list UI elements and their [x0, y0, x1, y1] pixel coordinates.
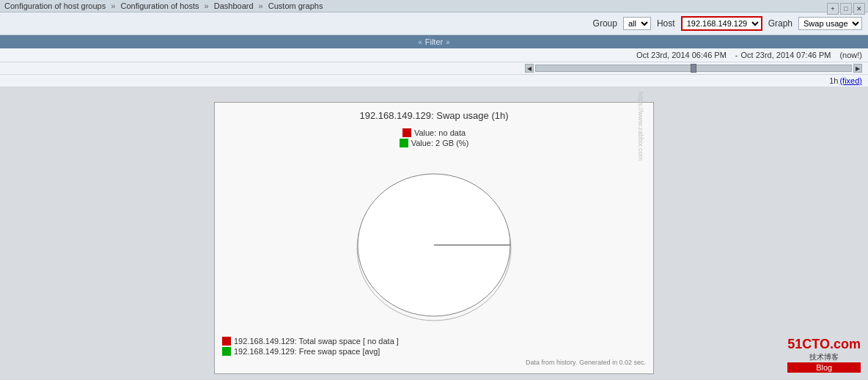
graph-legend: Value: no data Value: 2 GB (%) — [222, 128, 646, 147]
controls-row: Group all Host 192.168.149.129 Graph Swa… — [0, 12, 868, 35]
slider-row: ◀ ▶ — [0, 62, 868, 75]
time-dash: - — [735, 51, 738, 59]
fixed-row: 1h (fixed) — [0, 75, 868, 87]
breadcrumb-item-1[interactable]: Configuration of host groups — [4, 1, 106, 10]
slider-left-arrow[interactable]: ◀ — [525, 64, 534, 73]
host-select[interactable]: 192.168.149.129 — [681, 16, 762, 31]
breadcrumb-sep-3: » — [259, 1, 263, 10]
filter-label: Filter — [425, 37, 443, 46]
main-content: 192.168.149.129: Swap usage (1h) Value: … — [0, 87, 868, 380]
legend-color-1 — [402, 128, 411, 137]
bottom-legend-item-1: 192.168.149.129: Total swap space [ no d… — [222, 337, 646, 346]
graph-select[interactable]: Swap usage — [798, 17, 862, 30]
watermark: https://www.zabbix.com — [637, 92, 644, 161]
graph-box: 192.168.149.129: Swap usage (1h) Value: … — [214, 102, 654, 374]
fixed-link[interactable]: (fixed) — [839, 76, 862, 85]
graph-label: Graph — [768, 18, 792, 29]
filter-row: « Filter » — [0, 35, 868, 48]
site-name: 51CTO.com — [787, 337, 861, 352]
legend-label-2: Value: 2 GB (%) — [411, 139, 469, 147]
breadcrumb-sep-2: » — [205, 1, 209, 10]
time-suffix: (now!) — [839, 51, 862, 59]
period-value: 1h — [829, 76, 838, 85]
toolbar-icons: + □ ✕ — [827, 3, 865, 15]
bottom-legend-item-2: 192.168.149.129: Free swap space [avg] — [222, 347, 646, 356]
graph-area: https://www.zabbix.com — [222, 153, 646, 329]
breadcrumb-item-2[interactable]: Configuration of hosts — [120, 1, 199, 10]
site-watermark: 51CTO.com 技术博客 Blog — [787, 337, 861, 373]
add-icon[interactable]: + — [827, 3, 839, 15]
group-label: Group — [593, 18, 617, 29]
bottom-legend-color-1 — [222, 337, 231, 346]
breadcrumb: Configuration of host groups » Configura… — [0, 0, 868, 12]
bottom-legend: 192.168.149.129: Total swap space [ no d… — [222, 337, 646, 356]
filter-arrow-left: « — [418, 38, 422, 46]
bottom-legend-label-2: 192.168.149.129: Free swap space [avg] — [234, 347, 380, 356]
slider-container: ◀ ▶ — [525, 64, 862, 73]
pie-chart — [346, 153, 522, 329]
legend-item-1: Value: no data — [402, 128, 466, 137]
legend-item-2: Value: 2 GB (%) — [400, 139, 469, 147]
bottom-legend-color-2 — [222, 347, 231, 356]
site-sub: 技术博客 — [787, 352, 861, 362]
bottom-legend-label-1: 192.168.149.129: Total swap space [ no d… — [234, 337, 399, 346]
time-start: Oct 23rd, 2014 06:46 PM — [636, 51, 727, 59]
slider-track[interactable] — [535, 65, 852, 72]
breadcrumb-sep-1: » — [111, 1, 115, 10]
time-row: Oct 23rd, 2014 06:46 PM - Oct 23rd, 2014… — [0, 48, 868, 62]
slider-right-arrow[interactable]: ▶ — [853, 64, 862, 73]
legend-color-2 — [400, 139, 408, 147]
filter-arrow-right: » — [446, 38, 450, 46]
group-select[interactable]: all — [623, 17, 651, 30]
data-source: Data from history. Generated in 0.02 sec… — [222, 359, 646, 366]
slider-thumb[interactable] — [691, 64, 696, 73]
time-end: Oct 23rd, 2014 07:46 PM — [741, 51, 831, 59]
graph-title: 192.168.149.129: Swap usage (1h) — [222, 110, 646, 121]
close-icon[interactable]: ✕ — [853, 3, 865, 15]
maximize-icon[interactable]: □ — [840, 3, 852, 15]
host-label: Host — [657, 18, 675, 29]
breadcrumb-item-4[interactable]: Custom graphs — [268, 1, 323, 10]
legend-label-1: Value: no data — [414, 128, 466, 137]
site-blog: Blog — [787, 362, 861, 373]
breadcrumb-item-3[interactable]: Dashboard — [214, 1, 254, 10]
